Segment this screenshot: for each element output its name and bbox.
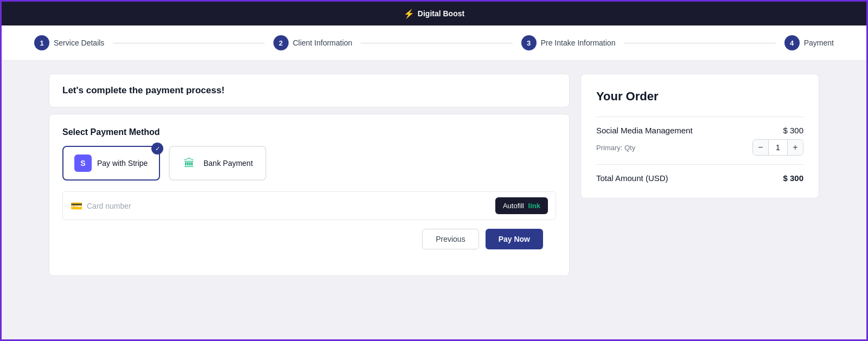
pay-now-button[interactable]: Pay Now <box>486 229 543 249</box>
step-2-label: Client Information <box>293 38 353 47</box>
card-input-placeholder: 💳 Card number <box>71 200 495 212</box>
stripe-icon: S <box>74 155 92 172</box>
payment-options: S Pay with Stripe ✓ 🏛 Bank Payment <box>62 146 556 181</box>
order-total-price: $ 300 <box>783 173 803 183</box>
payment-header-card: Let's complete the payment process! <box>49 74 570 107</box>
step-1: 1 Service Details <box>34 35 104 50</box>
step-1-label: Service Details <box>54 38 104 47</box>
step-3-circle: 3 <box>521 35 537 50</box>
order-divider-1 <box>596 117 803 117</box>
payment-method-title: Select Payment Method <box>62 127 556 137</box>
order-title: Your Order <box>596 89 803 104</box>
card-input-row: 💳 Card number Autofill link <box>62 191 556 220</box>
stripe-check-badge: ✓ <box>151 143 163 155</box>
order-service-name: Social Media Management <box>596 126 693 135</box>
main-content: Let's complete the payment process! Sele… <box>16 61 852 289</box>
step-3: 3 Pre Intake Information <box>521 35 616 50</box>
autofill-link: link <box>528 202 540 210</box>
card-number-placeholder: Card number <box>87 202 131 210</box>
payment-header-title: Let's complete the payment process! <box>62 85 225 95</box>
step-2-circle: 2 <box>273 35 289 50</box>
step-4-circle: 4 <box>784 35 800 50</box>
brand-logo: ⚡ Digital Boost <box>404 9 464 19</box>
left-panel: Let's complete the payment process! Sele… <box>49 74 570 276</box>
steps-bar: 1 Service Details 2 Client Information 3… <box>2 25 866 61</box>
step-line-1 <box>113 43 264 43</box>
step-3-label: Pre Intake Information <box>541 38 616 47</box>
order-card: Your Order Social Media Management $ 300… <box>580 74 819 198</box>
step-line-3 <box>624 43 775 43</box>
payment-method-card: Select Payment Method S Pay with Stripe … <box>49 114 570 276</box>
bank-option[interactable]: 🏛 Bank Payment <box>169 146 266 181</box>
qty-minus-button[interactable]: − <box>753 140 768 155</box>
action-buttons: Previous Pay Now <box>62 229 556 262</box>
autofill-button[interactable]: Autofill link <box>495 197 548 214</box>
autofill-text: Autofill <box>503 202 524 210</box>
navbar: ⚡ Digital Boost <box>2 2 866 25</box>
step-4-label: Payment <box>804 38 834 47</box>
qty-stepper: − 1 + <box>752 139 803 156</box>
logo-icon: ⚡ <box>404 9 414 19</box>
previous-button[interactable]: Previous <box>422 229 478 249</box>
bank-icon: 🏛 <box>181 155 198 172</box>
step-4: 4 Payment <box>784 35 834 50</box>
order-service-price: $ 300 <box>783 126 803 135</box>
step-2: 2 Client Information <box>273 35 353 50</box>
order-qty-row: Primary: Qty − 1 + <box>596 139 803 156</box>
order-divider-2 <box>596 164 803 165</box>
stripe-option[interactable]: S Pay with Stripe ✓ <box>62 146 160 181</box>
bank-label: Bank Payment <box>203 159 253 168</box>
order-total-row: Total Amount (USD) $ 300 <box>596 173 803 183</box>
card-icon: 💳 <box>71 200 82 212</box>
qty-value: 1 <box>768 140 788 155</box>
order-total-label: Total Amount (USD) <box>596 173 668 183</box>
step-line-2 <box>361 43 512 43</box>
order-service-row: Social Media Management $ 300 <box>596 126 803 135</box>
qty-plus-button[interactable]: + <box>788 140 803 155</box>
step-1-circle: 1 <box>34 35 49 50</box>
order-qty-label: Primary: Qty <box>596 144 635 152</box>
stripe-label: Pay with Stripe <box>97 159 148 168</box>
brand-name: Digital Boost <box>418 9 464 18</box>
right-panel: Your Order Social Media Management $ 300… <box>580 74 819 276</box>
